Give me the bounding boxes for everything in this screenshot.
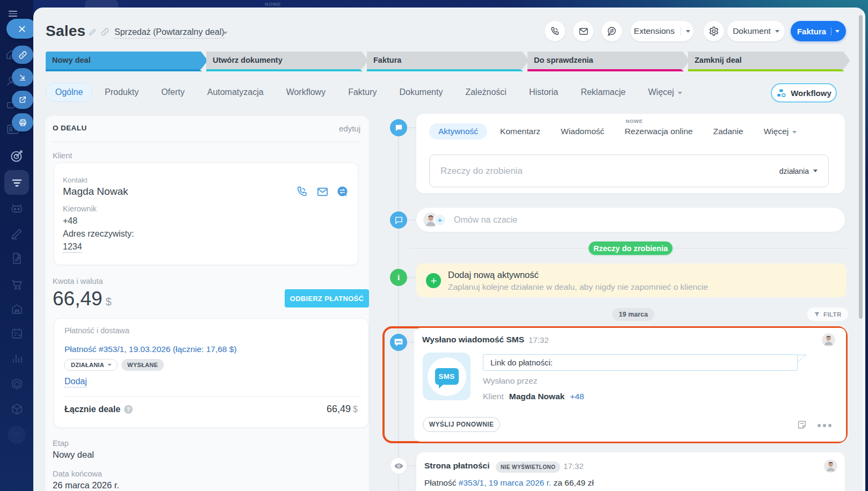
settings-button[interactable] [704, 21, 724, 41]
sms-bubble-tail [797, 355, 807, 363]
client-phone-link[interactable]: +48 [570, 392, 584, 401]
composer-tab-wiadomosc[interactable]: Wiadomość [561, 127, 604, 136]
target-icon[interactable] [10, 149, 24, 165]
todo-input[interactable]: Rzeczy do zrobienia działania [429, 155, 829, 187]
stage-nowy-deal[interactable]: Nowy deal [46, 52, 208, 71]
view-marker-icon [390, 457, 407, 474]
tab-produkty[interactable]: Produkty [105, 87, 139, 97]
edit-title-icon[interactable] [88, 27, 97, 39]
actions-dropdown[interactable]: działania [779, 167, 818, 175]
contact-chat-icon[interactable] [336, 186, 349, 200]
composer-tab-more[interactable]: Więcej [764, 127, 797, 136]
kontakt-label: Kontakt [63, 176, 88, 184]
discuss-chat-bar[interactable]: + Omów na czacie [416, 208, 845, 232]
chat-marker-icon [390, 211, 407, 229]
filter-button[interactable]: FILTR [807, 307, 848, 321]
tab-zaleznosci[interactable]: Zależności [465, 87, 506, 97]
contact-card[interactable]: Kontakt Magda Nowak Kierownik +48 Adres … [54, 163, 358, 265]
composer-tab-rezerwacja[interactable]: NOWERezerwacja online [625, 127, 693, 136]
tab-faktury[interactable]: Faktury [348, 87, 377, 97]
workflows-button[interactable]: Workflowy [771, 83, 837, 102]
workflows-button-label: Workflowy [791, 89, 831, 98]
payment-link-text[interactable]: #353/1, 19 marca 2026 r. [459, 478, 551, 487]
pen-icon[interactable] [10, 226, 24, 243]
sms-event-card-wrap: Wysłano wiadomość SMS 17:32 SMS Link do … [382, 326, 848, 443]
end-date-label: Data końcowa [53, 470, 102, 478]
storage-box-icon[interactable] [10, 303, 24, 318]
tab-reklamacje[interactable]: Reklamacje [581, 87, 626, 97]
tab-oferty[interactable]: Oferty [161, 87, 185, 97]
dokument-button[interactable]: Dokument [727, 21, 785, 41]
robot-icon[interactable] [10, 201, 24, 218]
faktura-button[interactable]: Faktura [791, 21, 846, 41]
stage-zamknij-deal[interactable]: Zamknij deal [688, 52, 850, 71]
help-question-icon[interactable]: ? [124, 405, 133, 414]
add-payment-link[interactable]: Dodaj [64, 377, 87, 387]
vertical-scrollbar[interactable] [859, 15, 863, 319]
sms-logo-tile: SMS [423, 353, 471, 400]
chat-placeholder: Omów na czacie [454, 215, 517, 225]
composer-tab-komentarz[interactable]: Komentarz [500, 127, 540, 136]
stage-utworz-dokumenty[interactable]: Utwórz dokumenty [206, 52, 368, 71]
add-activity-banner[interactable]: Dodaj nową aktywność Zaplanuj kolejne dz… [416, 263, 847, 297]
activity-marker-icon [390, 119, 407, 136]
hexagon-icon[interactable] [10, 377, 24, 393]
responsible-avatar[interactable] [824, 459, 837, 473]
open-new-window-button[interactable] [12, 91, 33, 109]
sidebar: PH [0, 0, 33, 491]
document-edit-icon[interactable] [10, 252, 24, 267]
menu-hamburger-icon[interactable] [9, 11, 17, 17]
background-tab-remnant [85, 0, 118, 8]
tab-workflowy[interactable]: Workflowy [286, 87, 326, 97]
client-name-link[interactable]: Magda Nowak [509, 392, 565, 401]
stage-do-sprawdzenia[interactable]: Do sprawdzenia [527, 52, 690, 71]
pipeline-category-selector[interactable]: Sprzedaż (Powtarzalny deal) [114, 27, 225, 39]
actions-dropdown-caret-icon [813, 170, 818, 172]
contact-call-icon[interactable] [296, 186, 308, 200]
ph-logo[interactable]: PH [8, 426, 26, 444]
deal-amount: 66,49$ [53, 288, 112, 310]
sms-event-card: Wysłano wiadomość SMS 17:32 SMS Link do … [414, 328, 846, 442]
tab-more[interactable]: Więcej [648, 87, 682, 97]
bar-chart-icon[interactable] [11, 352, 24, 367]
cart-icon[interactable] [10, 277, 24, 294]
collapse-button[interactable] [12, 68, 33, 86]
extensions-button[interactable]: Extensions [631, 21, 693, 41]
manager-label: Kierownik [63, 204, 97, 213]
collect-payment-button[interactable]: ODBIERZ PŁATNOŚĆ [285, 289, 369, 307]
stage-faktura[interactable]: Faktura [367, 52, 529, 71]
copy-deal-link-icon[interactable] [100, 27, 110, 39]
todo-anchor-pill[interactable]: Rzeczy do zrobienia [589, 241, 672, 255]
composer-tab-zadanie[interactable]: Zadanie [713, 127, 743, 136]
responsible-avatar[interactable] [822, 333, 835, 347]
composer-tab-aktywnosc[interactable]: Aktywność [429, 123, 487, 140]
calendar-icon[interactable] [10, 327, 24, 342]
category-caret-icon [222, 32, 228, 34]
address-value[interactable]: 1234 [63, 242, 82, 253]
settings-gear-dim-icon[interactable] [11, 474, 24, 489]
copy-link-button[interactable] [12, 46, 33, 64]
payment-link[interactable]: Płatność #353/1, 19.03.2026 (łącznie: 17… [64, 345, 237, 354]
resend-button[interactable]: WYŚLIJ PONOWNIE [423, 417, 500, 432]
tab-dokumenty[interactable]: Dokumenty [399, 87, 443, 97]
sms-event-title: Wysłano wiadomość SMS [422, 335, 524, 345]
add-chat-user-icon[interactable]: + [433, 214, 446, 226]
more-actions-icon[interactable] [818, 424, 831, 427]
contact-mail-icon[interactable] [316, 186, 329, 200]
tab-automatyzacja[interactable]: Automatyzacja [207, 87, 264, 97]
print-button[interactable] [12, 113, 33, 131]
call-button[interactable] [545, 21, 565, 41]
stage-field-value: Nowy deal [53, 450, 94, 460]
chat-transfer-button[interactable] [602, 21, 622, 41]
contact-phone[interactable]: +48 [63, 216, 77, 226]
edit-link[interactable]: edytuj [339, 124, 360, 133]
email-button[interactable] [573, 21, 594, 41]
actions-badge[interactable]: DZIAŁANIA [64, 359, 118, 371]
payment-suffix: za 66,49 zł [553, 478, 594, 487]
tab-ogolne-active[interactable]: Ogólne [46, 83, 92, 102]
cube-icon[interactable] [10, 402, 24, 418]
close-slider-button[interactable] [6, 19, 37, 39]
pin-note-icon[interactable] [797, 420, 807, 432]
tab-historia[interactable]: Historia [529, 87, 558, 97]
contact-name[interactable]: Magda Nowak [63, 186, 128, 197]
